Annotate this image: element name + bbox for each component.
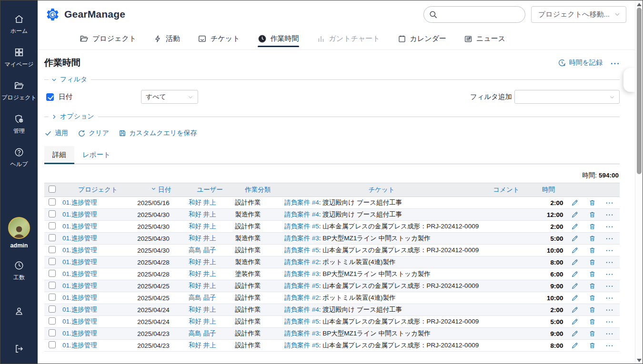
delete-icon[interactable] [589, 235, 596, 242]
delete-icon[interactable] [589, 270, 596, 278]
ticket-link[interactable]: 請負案件 #5 [284, 318, 319, 325]
tab-news[interactable]: ニュース [464, 28, 505, 49]
row-checkbox[interactable] [49, 258, 56, 265]
row-more-icon[interactable] [605, 212, 613, 217]
delete-icon[interactable] [589, 282, 596, 290]
row-checkbox[interactable] [49, 294, 56, 301]
ticket-link[interactable]: 請負案件 #5 [284, 246, 319, 254]
date-filter-checkbox[interactable] [46, 93, 54, 101]
ticket-link[interactable]: 請負案件 #5 [284, 282, 319, 289]
column-header-activity[interactable]: 作業分類 [233, 183, 283, 197]
project-jump-select[interactable]: プロジェクトへ移動... [531, 6, 626, 23]
row-checkbox[interactable] [49, 329, 56, 336]
project-link[interactable]: 01.進捗管理 [62, 270, 97, 277]
more-actions-button[interactable] [610, 59, 620, 66]
ticket-link[interactable]: 請負案件 #2 [284, 294, 319, 301]
avatar[interactable] [8, 217, 30, 239]
row-checkbox[interactable] [49, 222, 56, 229]
tab-spent-time[interactable]: 作業時間 [258, 28, 299, 49]
delete-icon[interactable] [589, 258, 596, 266]
edit-icon[interactable] [571, 258, 579, 266]
user-link[interactable]: 和好 井上 [189, 199, 216, 206]
user-link[interactable]: 和好 井上 [189, 342, 216, 349]
edit-icon[interactable] [571, 211, 579, 218]
project-link[interactable]: 01.進捗管理 [62, 306, 97, 313]
ticket-link[interactable]: 請負案件 #4 [284, 306, 319, 313]
project-link[interactable]: 01.進捗管理 [62, 258, 97, 266]
row-checkbox[interactable] [49, 305, 56, 313]
add-filter-select[interactable] [514, 90, 620, 104]
row-checkbox[interactable] [49, 210, 56, 217]
tab-activity[interactable]: 活動 [154, 28, 180, 49]
subtab-report[interactable]: レポート [74, 146, 119, 164]
delete-icon[interactable] [589, 306, 596, 314]
project-link[interactable]: 01.進捗管理 [62, 282, 97, 289]
apply-button[interactable]: 適用 [44, 129, 68, 138]
project-link[interactable]: 01.進捗管理 [62, 330, 97, 337]
brand-logo[interactable]: G GearManage [45, 7, 125, 22]
row-more-icon[interactable] [605, 331, 613, 336]
row-more-icon[interactable] [605, 319, 613, 325]
user-link[interactable]: 和好 井上 [189, 223, 216, 230]
ticket-link[interactable]: 請負案件 #3 [284, 330, 319, 337]
project-link[interactable]: 01.進捗管理 [62, 199, 97, 206]
row-checkbox[interactable] [49, 234, 56, 241]
row-checkbox[interactable] [49, 270, 56, 277]
column-header-ticket[interactable]: チケット [282, 183, 481, 197]
edit-icon[interactable] [571, 330, 579, 337]
column-header-date[interactable]: 日付 [135, 183, 187, 197]
filters-toggle[interactable]: フィルタ [51, 75, 87, 84]
tab-projects[interactable]: プロジェクト [80, 28, 136, 49]
floating-panel-edge[interactable] [623, 68, 635, 92]
select-all-checkbox[interactable] [49, 186, 56, 193]
column-header-user[interactable]: ユーザー [187, 183, 233, 197]
clear-button[interactable]: クリア [78, 129, 109, 138]
edit-icon[interactable] [571, 306, 579, 314]
sidebar-item-profile[interactable] [14, 306, 24, 316]
edit-icon[interactable] [571, 246, 579, 254]
row-checkbox[interactable] [49, 282, 56, 289]
edit-icon[interactable] [571, 342, 579, 349]
row-more-icon[interactable] [605, 200, 613, 206]
project-link[interactable]: 01.進捗管理 [62, 342, 97, 349]
user-link[interactable]: 高島 晶子 [189, 330, 216, 337]
save-query-button[interactable]: カスタムクエリを保存 [119, 129, 197, 138]
edit-icon[interactable] [571, 318, 579, 325]
row-more-icon[interactable] [605, 259, 613, 265]
edit-icon[interactable] [571, 235, 579, 242]
row-more-icon[interactable] [605, 247, 613, 253]
column-header-project[interactable]: プロジェクト [60, 183, 135, 197]
log-time-button[interactable]: 時間を記録 [558, 59, 603, 67]
ticket-link[interactable]: 請負案件 #3 [284, 235, 319, 242]
user-link[interactable]: 和好 井上 [189, 306, 216, 313]
date-operator-select[interactable]: すべて [141, 90, 198, 104]
sidebar-item-kosu[interactable]: 工数 [13, 260, 25, 282]
user-link[interactable]: 和好 井上 [189, 282, 216, 289]
column-header-hours[interactable]: 時間 [532, 183, 565, 197]
row-checkbox[interactable] [49, 317, 56, 325]
options-toggle[interactable]: オプション [51, 112, 94, 121]
sidebar-item-logout[interactable] [14, 344, 24, 354]
ticket-link[interactable]: 請負案件 #5 [284, 223, 319, 230]
row-checkbox[interactable] [49, 198, 56, 206]
edit-icon[interactable] [571, 282, 579, 290]
row-more-icon[interactable] [605, 224, 613, 229]
user-link[interactable]: 高島 晶子 [189, 294, 216, 301]
user-link[interactable]: 和好 井上 [189, 318, 216, 325]
user-link[interactable]: 和好 井上 [189, 258, 216, 266]
sidebar-item-admin[interactable]: 管理 [13, 114, 25, 135]
ticket-link[interactable]: 請負案件 #5 [284, 342, 319, 349]
sidebar-item-mypage[interactable]: マイページ [4, 47, 33, 69]
project-link[interactable]: 01.進捗管理 [62, 318, 97, 325]
row-more-icon[interactable] [605, 307, 613, 313]
sidebar-item-projects[interactable]: プロジェクト [1, 80, 37, 102]
row-more-icon[interactable] [605, 271, 613, 277]
delete-icon[interactable] [589, 211, 596, 218]
project-link[interactable]: 01.進捗管理 [62, 211, 97, 218]
tab-tickets[interactable]: チケット [198, 28, 240, 49]
project-link[interactable]: 01.進捗管理 [62, 294, 97, 301]
delete-icon[interactable] [589, 330, 596, 337]
row-checkbox[interactable] [49, 246, 56, 253]
delete-icon[interactable] [589, 223, 596, 230]
user-link[interactable]: 和好 井上 [189, 235, 216, 242]
